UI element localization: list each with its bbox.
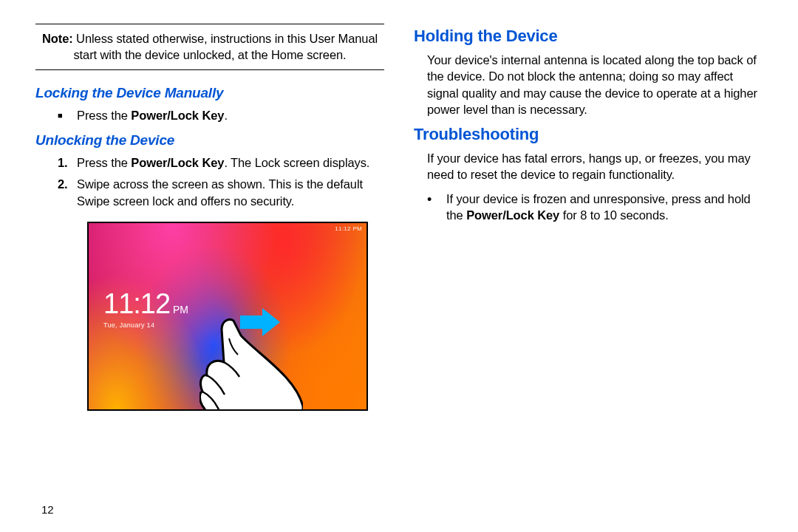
list-item: 1. Press the Power/Lock Key. The Lock sc… (58, 154, 384, 171)
left-column: Note: Unless stated otherwise, instructi… (35, 24, 384, 517)
list-item: 2. Swipe across the screen as shown. Thi… (58, 176, 384, 210)
holding-text: Your device's internal antenna is locate… (427, 52, 763, 117)
unlocking-steps: 1. Press the Power/Lock Key. The Lock sc… (58, 154, 384, 209)
clock-ampm: PM (173, 304, 188, 316)
note-label: Note: (42, 32, 73, 45)
hand-illustration (200, 318, 303, 411)
heading-troubleshooting: Troubleshooting (414, 125, 763, 144)
manual-page: Note: Unless stated otherwise, instructi… (0, 0, 798, 532)
square-bullet-icon: ■ (58, 107, 77, 124)
note-text: Unless stated otherwise, instructions in… (73, 32, 378, 61)
troubleshooting-intro: If your device has fatal errors, hangs u… (427, 150, 763, 183)
step-text: Press the Power/Lock Key. (77, 107, 384, 124)
right-column: Holding the Device Your device's interna… (414, 24, 763, 517)
list-item: ■ Press the Power/Lock Key. (58, 107, 384, 124)
bullet-text: If your device is frozen and unresponsiv… (446, 191, 763, 225)
page-number: 12 (41, 503, 54, 516)
lockscreen-figure: 11:12 PM 11:12PM Tue, January 14 (87, 222, 368, 411)
heading-locking-device: Locking the Device Manually (35, 85, 384, 101)
step-text: Press the Power/Lock Key. The Lock scree… (77, 154, 384, 171)
step-number: 2. (58, 176, 77, 210)
note-box: Note: Unless stated otherwise, instructi… (35, 24, 384, 70)
step-number: 1. (58, 154, 77, 171)
troubleshooting-list: • If your device is frozen and unrespons… (427, 191, 763, 225)
status-bar-time: 11:12 PM (335, 225, 362, 232)
step-text: Swipe across the screen as shown. This i… (77, 176, 384, 210)
locking-steps: ■ Press the Power/Lock Key. (58, 107, 384, 124)
list-item: • If your device is frozen and unrespons… (427, 191, 763, 225)
heading-holding-device: Holding the Device (414, 27, 763, 46)
clock-date: Tue, January 14 (103, 321, 188, 329)
bullet-icon: • (427, 191, 446, 225)
heading-unlocking-device: Unlocking the Device (35, 132, 384, 149)
clock-time: 11:12 (103, 288, 170, 319)
lockscreen-clock: 11:12PM Tue, January 14 (103, 288, 188, 329)
